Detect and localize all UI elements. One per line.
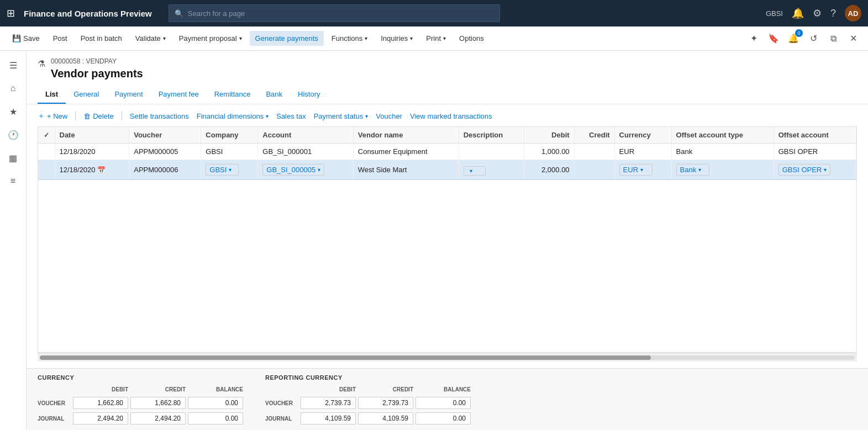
validate-button[interactable]: Validate [130,31,171,46]
tabs: List General Payment Payment fee Remitta… [38,86,857,104]
row1-check[interactable] [38,144,55,160]
table-row[interactable]: 12/18/2020 📅 APPM000006 GBSI ▾ [38,160,856,180]
view-marked-transactions-button[interactable]: View marked transactions [410,112,492,120]
options-button[interactable]: Options [454,31,490,46]
row2-check[interactable] [38,160,55,180]
rep-voucher-balance[interactable] [415,397,471,409]
rep-journal-balance[interactable] [415,412,471,424]
row2-account[interactable]: GB_SI_000005 ▾ [258,160,353,180]
row1-company[interactable]: GBSI [201,144,258,160]
tab-list[interactable]: List [38,86,66,104]
post-in-batch-button[interactable]: Post in batch [75,31,128,46]
financial-dimensions-button[interactable]: Financial dimensions ▾ [197,112,269,120]
currency-voucher-debit[interactable] [73,397,128,409]
rep-journal-debit[interactable] [301,412,356,424]
row1-description[interactable] [459,144,524,160]
post-button[interactable]: Post [48,31,73,46]
print-button[interactable]: Print [420,31,451,46]
offset-account-select[interactable]: GBSI OPER ▾ [778,164,831,176]
row1-account[interactable]: GB_SI_000001 [258,144,353,160]
row1-date[interactable]: 12/18/2020 [55,144,129,160]
description-select[interactable]: ▾ [464,166,486,176]
settings-icon[interactable]: ⚙ [813,7,822,19]
tab-payment-fee[interactable]: Payment fee [151,86,207,104]
app-grid-icon[interactable]: ⊞ [7,7,15,19]
currency-select[interactable]: EUR ▾ [619,164,653,176]
row2-credit[interactable] [574,160,614,180]
sidebar-menu-icon[interactable]: ☰ [3,55,23,75]
rep-voucher-debit[interactable] [301,397,356,409]
company-header: Company [201,127,258,144]
row2-currency[interactable]: EUR ▾ [614,160,671,180]
row1-debit[interactable]: 1,000.00 [524,144,574,160]
row1-vendor-name[interactable]: Consumer Equipment [353,144,459,160]
row2-offset-account-type[interactable]: Bank ▾ [671,160,774,180]
inquiries-button[interactable]: Inquiries [375,31,418,46]
delete-button[interactable]: 🗑 Delete [83,112,114,120]
refresh-icon[interactable]: ↺ [805,30,822,47]
top-bar: ⊞ Finance and Operations Preview 🔍 GBSI … [0,0,868,26]
open-in-new-icon[interactable]: ⧉ [825,30,841,47]
notification-icon[interactable]: 🔔 [792,7,804,19]
avatar[interactable]: AD [845,5,861,22]
currency-journal-balance[interactable] [188,412,243,424]
row2-date[interactable]: 12/18/2020 📅 [55,160,129,180]
rep-voucher-credit[interactable] [358,397,413,409]
row2-company[interactable]: GBSI ▾ [201,160,258,180]
currency-voucher-credit[interactable] [130,397,186,409]
row2-vendor-name[interactable]: West Side Mart [353,160,459,180]
sidebar-workspaces-icon[interactable]: ▦ [3,148,23,168]
row2-debit[interactable]: 2,000.00 [524,160,574,180]
horizontal-scrollbar[interactable] [38,353,857,362]
help-icon[interactable]: ? [830,8,836,19]
tab-payment[interactable]: Payment [107,86,150,104]
voucher-button[interactable]: Voucher [376,112,402,120]
settle-transactions-button[interactable]: Settle transactions [130,112,189,120]
row2-voucher[interactable]: APPM000006 [129,160,201,180]
bookmark-icon[interactable]: 🔖 [765,30,782,47]
payment-status-button[interactable]: Payment status ▾ [314,112,369,120]
sidebar-home-icon[interactable]: ⌂ [3,78,23,98]
row1-voucher[interactable]: APPM000005 [129,144,201,160]
table-row[interactable]: 12/18/2020 APPM000005 GBSI GB_SI_000001 … [38,144,856,160]
sidebar-favorites-icon[interactable]: ★ [3,102,23,121]
sidebar-recent-icon[interactable]: 🕐 [3,125,23,145]
row2-description[interactable]: ▾ [459,160,524,180]
date-header: Date [55,127,129,144]
payment-proposal-button[interactable]: Payment proposal [173,31,248,46]
tab-history[interactable]: History [290,86,328,104]
currency-debit-header: DEBIT [73,386,128,392]
generate-payments-button[interactable]: Generate payments [250,31,324,46]
tab-general[interactable]: General [66,86,107,104]
star-icon[interactable]: ✦ [745,30,762,47]
currency-voucher-balance[interactable] [188,397,243,409]
select-all-header[interactable]: ✓ [38,127,55,144]
tab-bank[interactable]: Bank [258,86,290,104]
functions-button[interactable]: Functions [326,31,373,46]
scrollbar-thumb[interactable] [40,355,651,360]
notifications-badge-icon[interactable]: 🔔 0 [785,30,802,47]
row1-credit[interactable] [574,144,614,160]
calendar-icon[interactable]: 📅 [97,166,106,174]
row1-offset-account-type[interactable]: Bank [671,144,774,160]
search-bar[interactable]: 🔍 [169,4,500,22]
tab-remittance[interactable]: Remittance [207,86,259,104]
rep-journal-credit[interactable] [358,412,413,424]
offset-account-type-dropdown-icon: ▾ [698,167,701,173]
search-input[interactable] [188,9,494,18]
sidebar-modules-icon[interactable]: ≡ [3,171,23,191]
row2-offset-account[interactable]: GBSI OPER ▾ [774,160,856,180]
currency-journal-credit[interactable] [130,412,186,424]
row1-offset-account[interactable]: GBSI OPER [774,144,856,160]
company-select[interactable]: GBSI ▾ [206,164,239,176]
account-select[interactable]: GB_SI_000005 ▾ [262,164,324,176]
save-button[interactable]: 💾 Save [7,31,45,46]
close-icon[interactable]: ✕ [845,30,861,47]
account-header: Account [258,127,353,144]
filter-icon[interactable]: ⚗ [38,59,45,69]
new-button[interactable]: ＋ + New [38,111,67,121]
offset-account-type-select[interactable]: Bank ▾ [676,164,709,176]
row1-currency[interactable]: EUR [614,144,671,160]
currency-journal-debit[interactable] [73,412,128,424]
sales-tax-button[interactable]: Sales tax [276,112,306,120]
